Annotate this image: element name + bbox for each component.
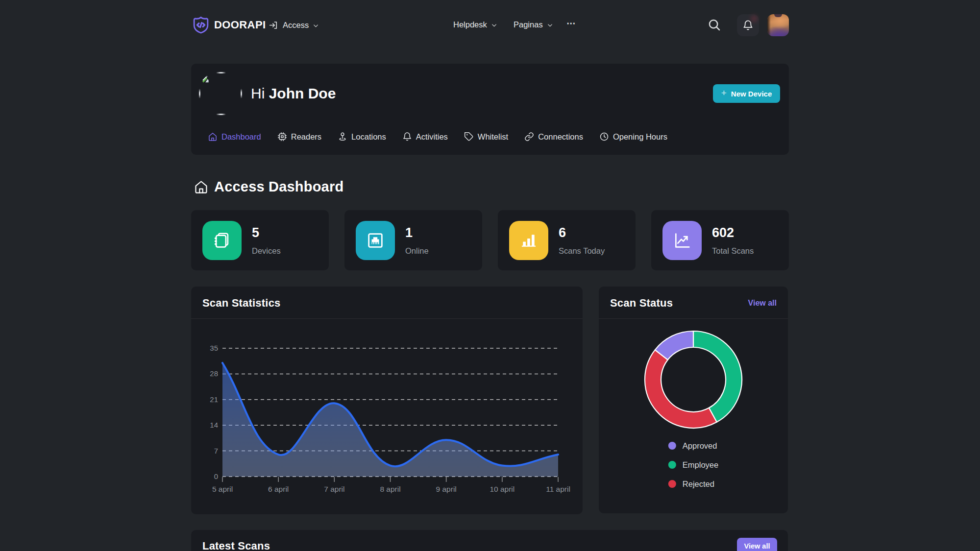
stat-icon-tile [509,221,548,260]
notifications-button[interactable] [737,14,759,36]
tab-whitelist[interactable]: Whitelist [464,132,508,142]
legend-label: Employee [683,461,718,469]
stat-label: Total Scans [712,246,754,256]
stat-value: 6 [559,225,566,240]
svg-text:7: 7 [214,447,218,455]
brand-logo[interactable]: DOORAPI [191,15,266,35]
ellipsis-icon: ⋯ [566,18,577,28]
stat-card-devices: 5 Devices [191,210,329,270]
stat-card-total-scans: 602 Total Scans [651,210,789,270]
stat-label: Devices [252,246,281,256]
latest-scans-card: Latest Scans View all [191,530,788,551]
stat-icon-tile [662,221,702,260]
tab-readers[interactable]: Readers [277,132,321,142]
stat-value: 602 [712,225,734,240]
nav-paginas-label: Paginas [514,20,543,29]
svg-text:6 april: 6 april [268,485,289,493]
tab-locations[interactable]: Locations [338,132,386,142]
legend-item-rejected[interactable]: Rejected [668,480,718,488]
tab-label: Locations [351,132,386,142]
scan-statistics-line-chart: 07142128355 april6 april7 april8 april9 … [191,319,583,514]
bell-icon [402,132,412,142]
page-title-block: Access Dashboard [194,179,343,195]
scan-status-donut-chart [639,326,747,433]
page: DOORAPI Access Helpdesk Paginas ⋯ [0,0,980,551]
welcome-card: Hi John Doe + New Device Dashboard [191,64,789,155]
tab-label: Opening Hours [613,132,667,142]
top-navbar: DOORAPI Access Helpdesk Paginas ⋯ [191,0,789,51]
welcome-heading: Hi John Doe [251,85,336,102]
notification-dot [751,15,758,22]
stat-label: Scans Today [559,246,605,256]
nav-more[interactable]: ⋯ [566,18,577,29]
user-avatar[interactable] [767,14,789,36]
legend-dot [668,461,676,469]
tab-connections[interactable]: Connections [524,132,583,142]
legend-label: Approved [683,442,717,450]
new-device-label: New Device [731,90,772,98]
notebook-icon [213,231,231,250]
tab-dashboard[interactable]: Dashboard [208,132,261,142]
tab-label: Whitelist [478,132,508,142]
greeting-prefix: Hi [251,85,269,101]
login-icon [269,20,279,30]
svg-text:21: 21 [210,395,218,404]
svg-text:5 april: 5 april [212,485,233,493]
avatar-border-dash [216,114,226,115]
stat-icon-tile [202,221,242,260]
home-icon [208,132,218,142]
new-device-button[interactable]: + New Device [713,84,780,103]
link-icon [524,132,534,142]
map-pin-icon [338,132,347,142]
plus-icon: + [721,88,727,98]
nav-paginas[interactable]: Paginas [514,20,553,29]
nav-access-label: Access [283,21,309,30]
scan-status-title: Scan Status [610,297,673,310]
svg-text:9 april: 9 april [436,485,457,493]
trend-up-icon [673,231,691,250]
svg-text:28: 28 [210,369,218,378]
scan-status-card: Scan Status View all ApprovedEmployeeRej… [599,287,788,513]
stat-icon-tile [356,221,395,260]
nav-access[interactable]: Access [269,20,319,30]
latest-scans-view-all-button[interactable]: View all [737,538,777,551]
donut-legend: ApprovedEmployeeRejected [668,442,718,488]
user-name: John Doe [269,85,336,101]
ethernet-icon [366,231,385,250]
brand-name: DOORAPI [214,19,266,31]
clock-icon [599,132,609,142]
legend-item-employee[interactable]: Employee [668,461,718,469]
svg-text:0: 0 [214,472,218,480]
home-icon [194,179,209,194]
avatar-border-dash [199,89,200,98]
svg-text:11 april: 11 april [546,485,570,493]
profile-image-broken [199,72,242,115]
svg-text:35: 35 [210,344,218,352]
search-icon [707,18,722,32]
stat-value: 5 [252,225,259,240]
tab-label: Connections [538,132,583,142]
search-button[interactable] [707,18,722,34]
nav-helpdesk[interactable]: Helpdesk [453,20,497,29]
legend-dot [668,480,676,488]
scan-statistics-card: Scan Statistics 07142128355 april6 april… [191,287,583,514]
bar-chart-icon [519,231,538,250]
tab-label: Dashboard [221,132,261,142]
cpu-icon [277,132,287,142]
stat-value: 1 [405,225,413,240]
tab-opening-hours[interactable]: Opening Hours [599,132,667,142]
tab-activities[interactable]: Activities [402,132,448,142]
legend-item-approved[interactable]: Approved [668,442,718,450]
divider [599,318,788,319]
chevron-down-icon [547,22,553,28]
chevron-down-icon [313,23,319,29]
scan-statistics-title: Scan Statistics [202,297,281,310]
avatar-border-dash [216,72,226,73]
tag-icon [464,132,474,142]
tab-label: Readers [291,132,321,142]
shield-code-logo-icon [191,15,211,35]
stat-label: Online [405,246,429,256]
scan-status-view-all-link[interactable]: View all [748,299,777,308]
nav-helpdesk-label: Helpdesk [453,20,487,29]
dashboard-tabs: Dashboard Readers Locations [208,132,667,142]
